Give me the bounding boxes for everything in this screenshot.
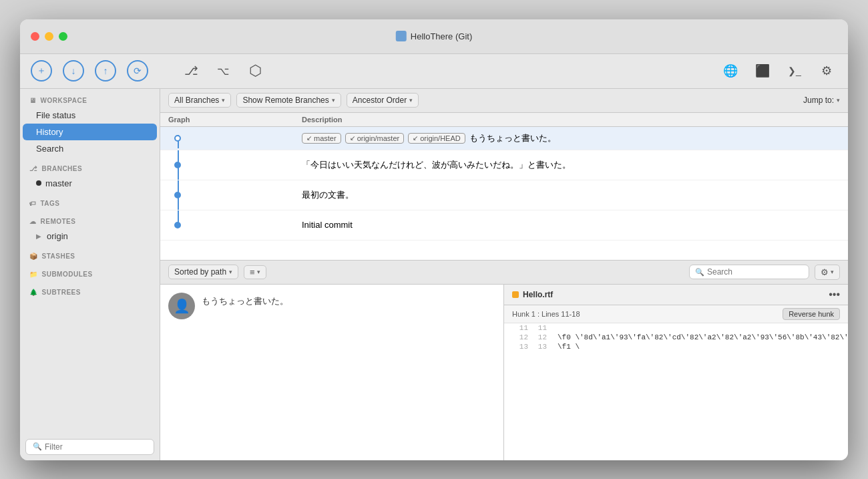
- toolbar: ＋ ↓ ↑ ⟳ ⎇ ⌥ ⬡ 🌐 ⬛ ❯_ ⚙: [20, 54, 848, 89]
- diff-settings-button[interactable]: ⚙ ▾: [815, 265, 840, 280]
- jump-to-chevron[interactable]: ▾: [837, 97, 840, 104]
- commit-desc: 最初の文書。: [302, 189, 840, 201]
- search-icon: 🔍: [695, 268, 704, 277]
- sort-select[interactable]: Sorted by path ▾: [168, 265, 238, 279]
- filter-input[interactable]: [45, 442, 147, 452]
- diff-header: Hello.rtf •••: [504, 285, 848, 305]
- stashes-icon: 📦: [29, 253, 38, 260]
- cmdline-button[interactable]: ❯_: [784, 60, 805, 82]
- chevron-down-icon: ▾: [222, 97, 225, 104]
- master-label: master: [45, 178, 72, 188]
- main-content: 🖥 WORKSPACE File status History Search ⎇…: [20, 89, 848, 460]
- add-button[interactable]: ＋: [31, 60, 52, 82]
- tags-icon: 🏷: [29, 200, 37, 207]
- reverse-hunk-button[interactable]: Reverse hunk: [783, 308, 840, 320]
- file-dot: [512, 291, 519, 298]
- history-label: History: [36, 127, 63, 137]
- line-numbers: 13 13: [504, 343, 552, 351]
- commit-message: もうちょっと書いた。: [202, 293, 288, 307]
- sidebar-item-origin[interactable]: ▶ origin: [23, 228, 157, 245]
- all-branches-select[interactable]: All Branches ▾: [168, 93, 231, 108]
- commit-row[interactable]: 最初の文書。: [160, 180, 848, 210]
- commit-toolbar: All Branches ▾ Show Remote Branches ▾ An…: [160, 89, 848, 113]
- bottom-toolbar: Sorted by path ▾ ≡ ▾ 🔍 ⚙ ▾: [160, 261, 848, 285]
- search-input[interactable]: [707, 267, 803, 277]
- remotes-section: ☁ REMOTES: [20, 210, 160, 228]
- sidebar-item-search[interactable]: Search: [23, 140, 157, 157]
- gear-icon: ⚙: [821, 267, 829, 277]
- merge-button[interactable]: ⌥: [212, 60, 234, 82]
- push-button[interactable]: ↑: [95, 60, 116, 82]
- expand-icon: ▶: [36, 232, 41, 240]
- submodules-icon: 📁: [29, 271, 38, 278]
- graph-dot: [174, 222, 181, 228]
- file-name-badge: Hello.rtf: [512, 290, 553, 299]
- right-panel: All Branches ▾ Show Remote Branches ▾ An…: [160, 89, 848, 460]
- graph-col: [168, 135, 302, 142]
- diff-line: 11 11: [504, 323, 848, 333]
- main-window: HelloThere (Git) ＋ ↓ ↑ ⟳ ⎇ ⌥ ⬡ 🌐 ⬛ ❯_ ⚙ …: [20, 19, 848, 460]
- graph-col: [168, 216, 302, 234]
- close-button[interactable]: [31, 32, 39, 41]
- line-numbers: 12 12: [504, 333, 552, 341]
- titlebar: HelloThere (Git): [20, 19, 848, 54]
- master-tag: ↙ master: [302, 133, 341, 144]
- diff-content: 11 11 12 12 \f0 \'8d\'a1\'93\'fa: [504, 323, 848, 460]
- graph-button[interactable]: ⬡: [244, 60, 266, 82]
- graph-dot: [174, 135, 181, 142]
- diff-line: 12 12 \f0 \'8d\'a1\'93\'fa\'82\'cd\'82\'…: [504, 333, 848, 342]
- stashes-section: 📦 STASHES: [20, 245, 160, 263]
- jump-to: Jump to: ▾: [803, 96, 840, 105]
- search-label: Search: [36, 144, 63, 154]
- diff-options: •••: [829, 289, 840, 301]
- workspace-section: 🖥 WORKSPACE: [20, 89, 160, 107]
- origin-master-tag: ↙ origin/master: [345, 133, 405, 144]
- file-status-label: File status: [36, 110, 75, 120]
- commit-desc: ↙ master ↙ origin/master ↙ origin/HEAD も…: [302, 132, 840, 144]
- toolbar-right: 🌐 ⬛ ❯_ ⚙: [720, 60, 837, 82]
- file-list-panel: 👤 もうちょっと書いた。: [160, 285, 504, 460]
- chevron-down-icon: ▾: [409, 97, 413, 104]
- commit-row[interactable]: ↙ master ↙ origin/master ↙ origin/HEAD も…: [160, 127, 848, 150]
- chevron-down-icon: ▾: [257, 269, 260, 275]
- sidebar-item-file-status[interactable]: File status: [23, 107, 157, 124]
- origin-label: origin: [47, 231, 68, 241]
- commit-list: ↙ master ↙ origin/master ↙ origin/HEAD も…: [160, 127, 848, 261]
- branches-icon: ⎇: [29, 165, 38, 172]
- terminal-button[interactable]: ⬛: [752, 60, 773, 82]
- settings-button[interactable]: ⚙: [816, 60, 837, 82]
- minimize-button[interactable]: [45, 32, 53, 41]
- chevron-down-icon: ▾: [831, 269, 834, 275]
- commit-row[interactable]: 「今日はいい天気なんだけれど、波が高いみたいだね。」と書いた。: [160, 150, 848, 180]
- commit-detail: 👤 もうちょっと書いた。: [160, 285, 503, 327]
- sidebar-item-master[interactable]: master: [23, 175, 157, 192]
- commit-desc: Initial commit: [302, 220, 840, 230]
- line-numbers: 11 11: [504, 324, 552, 332]
- ancestor-order-select[interactable]: Ancestor Order ▾: [347, 93, 419, 108]
- commit-desc: 「今日はいい天気なんだけれど、波が高いみたいだね。」と書いた。: [302, 159, 840, 171]
- list-view-button[interactable]: ≡ ▾: [244, 265, 266, 279]
- search-icon: 🔍: [33, 442, 42, 451]
- sidebar: 🖥 WORKSPACE File status History Search ⎇…: [20, 89, 160, 460]
- subtrees-icon: 🌲: [29, 289, 38, 296]
- more-options-button[interactable]: •••: [829, 289, 840, 301]
- avatar: 👤: [168, 293, 195, 319]
- bottom-split: 👤 もうちょっと書いた。 Hello.rtf: [160, 285, 848, 460]
- maximize-button[interactable]: [59, 32, 67, 41]
- graph-col: [168, 186, 302, 204]
- search-box[interactable]: 🔍: [689, 265, 809, 279]
- show-remote-select[interactable]: Show Remote Branches ▾: [236, 93, 341, 108]
- workspace-icon: 🖥: [29, 97, 37, 104]
- bottom-area: Sorted by path ▾ ≡ ▾ 🔍 ⚙ ▾: [160, 261, 848, 460]
- branch-dot: [36, 180, 41, 186]
- remote-button[interactable]: 🌐: [720, 60, 741, 82]
- fetch-button[interactable]: ⟳: [127, 60, 148, 82]
- filter-box[interactable]: 🔍: [25, 439, 154, 455]
- origin-head-tag: ↙ origin/HEAD: [408, 133, 465, 144]
- sidebar-item-history[interactable]: History: [23, 124, 157, 140]
- graph-dot: [174, 162, 181, 168]
- commit-row[interactable]: Initial commit: [160, 210, 848, 241]
- diff-panel: Hello.rtf ••• Hunk 1 : Lines 11-18 Rever…: [504, 285, 848, 460]
- pull-button[interactable]: ↓: [63, 60, 84, 82]
- branch-button[interactable]: ⎇: [180, 60, 202, 82]
